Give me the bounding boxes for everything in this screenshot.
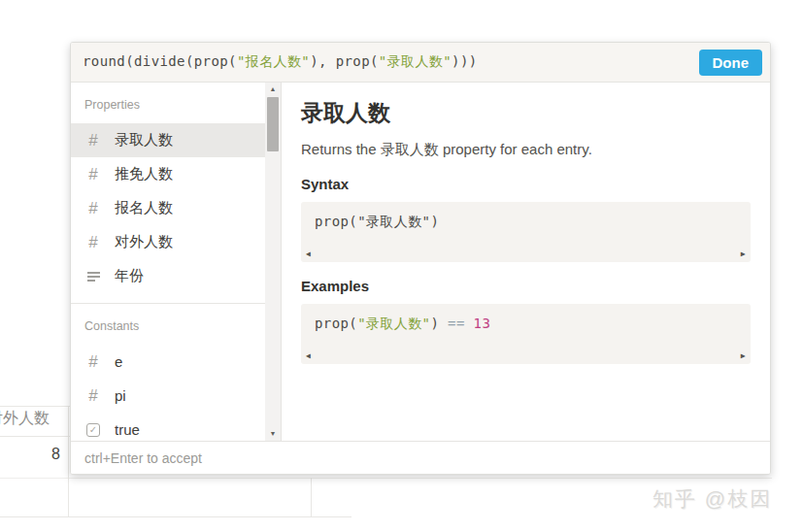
table-border xyxy=(0,436,70,437)
sidebar-item-label: 报名人数 xyxy=(115,199,173,217)
sidebar-item-true[interactable]: ✓ true xyxy=(71,413,281,441)
property-description: Returns the 录取人数 property for each entry… xyxy=(301,141,751,159)
table-border xyxy=(0,406,70,407)
sidebar: Properties # 录取人数 # 推免人数 # 报名人数 # 对外人数 xyxy=(71,83,282,441)
formula-input[interactable]: round(divide(prop("报名人数"), prop("录取人数"))… xyxy=(83,53,699,71)
table-border xyxy=(0,478,772,479)
syntax-code: prop("录取人数") xyxy=(315,214,439,229)
table-cell-value[interactable]: 8 xyxy=(0,446,60,463)
table-column-header: 对外人数 xyxy=(0,409,65,429)
detail-panel: 录取人数 Returns the 录取人数 property for each … xyxy=(282,83,770,441)
checkbox-icon: ✓ xyxy=(84,423,102,437)
example-code: prop("录取人数") == 13 xyxy=(315,316,490,331)
sidebar-item-nianfen[interactable]: 年份 xyxy=(71,259,281,293)
popup-body: Properties # 录取人数 # 推免人数 # 报名人数 # 对外人数 xyxy=(71,83,770,441)
scroll-right-icon[interactable]: ▶ xyxy=(741,249,746,258)
done-button[interactable]: Done xyxy=(699,50,763,76)
sidebar-item-label: 对外人数 xyxy=(115,233,173,251)
syntax-code-block: prop("录取人数") ◀ ▶ xyxy=(301,202,751,262)
hash-icon: # xyxy=(84,386,102,406)
examples-horizontal-scrollbar[interactable]: ◀ ▶ xyxy=(301,348,751,364)
popup-footer: ctrl+Enter to accept xyxy=(71,441,770,474)
hash-icon: # xyxy=(84,131,102,150)
hash-icon: # xyxy=(84,352,102,372)
table-border xyxy=(68,406,69,516)
sidebar-divider xyxy=(71,303,281,304)
section-header-constants: Constants xyxy=(71,314,281,339)
hash-icon: # xyxy=(84,165,102,184)
keyboard-hint: ctrl+Enter to accept xyxy=(84,450,202,466)
sidebar-scrollbar[interactable]: ▲ ▼ xyxy=(265,83,281,441)
sidebar-item-label: pi xyxy=(115,387,126,404)
formula-bar: round(divide(prop("报名人数"), prop("录取人数"))… xyxy=(71,43,770,83)
sidebar-item-pi[interactable]: # pi xyxy=(71,379,281,413)
hash-icon: # xyxy=(84,233,102,252)
examples-code-block: prop("录取人数") == 13 ◀ ▶ xyxy=(301,304,751,364)
scroll-right-icon[interactable]: ▶ xyxy=(741,351,746,360)
watermark: 知乎 @枝因 xyxy=(652,485,772,513)
sidebar-item-label: 录取人数 xyxy=(115,131,173,150)
property-title: 录取人数 xyxy=(301,98,751,128)
table-border xyxy=(311,478,312,516)
table-border xyxy=(0,516,351,517)
sidebar-item-luqu-renshu[interactable]: # 录取人数 xyxy=(71,123,281,157)
scrollbar-thumb[interactable] xyxy=(267,97,279,151)
scroll-up-icon[interactable]: ▲ xyxy=(265,83,281,96)
scroll-down-icon[interactable]: ▼ xyxy=(265,427,281,441)
examples-heading: Examples xyxy=(301,278,751,294)
section-header-properties: Properties xyxy=(71,92,281,117)
sidebar-item-label: e xyxy=(115,353,122,370)
syntax-heading: Syntax xyxy=(301,176,751,192)
sidebar-item-baoming-renshu[interactable]: # 报名人数 xyxy=(71,191,281,225)
text-icon xyxy=(84,270,102,283)
sidebar-item-label: true xyxy=(115,421,140,438)
sidebar-item-label: 推免人数 xyxy=(115,165,173,183)
screen: 对外人数 8 知乎 @枝因 round(divide(prop("报名人数"),… xyxy=(0,0,803,532)
sidebar-item-duiwai-renshu[interactable]: # 对外人数 xyxy=(71,225,281,259)
sidebar-item-label: 年份 xyxy=(115,267,144,285)
sidebar-item-tuimian-renshu[interactable]: # 推免人数 xyxy=(71,157,281,191)
syntax-horizontal-scrollbar[interactable]: ◀ ▶ xyxy=(301,246,751,262)
sidebar-item-e[interactable]: # e xyxy=(71,345,281,379)
scroll-left-icon[interactable]: ◀ xyxy=(306,249,311,258)
hash-icon: # xyxy=(84,199,102,218)
formula-editor-popup: round(divide(prop("报名人数"), prop("录取人数"))… xyxy=(70,42,771,475)
scroll-left-icon[interactable]: ◀ xyxy=(306,351,311,360)
